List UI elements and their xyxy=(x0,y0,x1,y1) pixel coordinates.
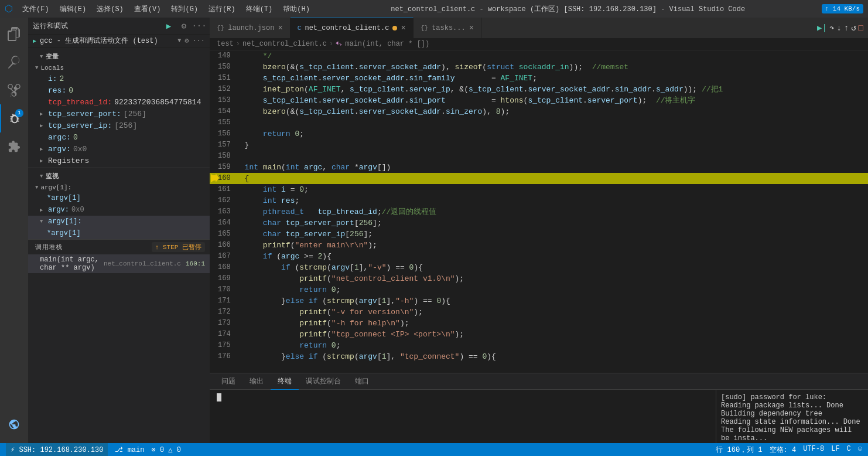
code-line-166: 166 printf("enter main\r\n"); xyxy=(210,240,868,251)
line-number-172: 172 xyxy=(218,308,231,316)
breadcrumb: test › net_control_client.c › main(int, … xyxy=(210,38,868,50)
callstack-item-main[interactable]: main(int argc, char ** argv) net_control… xyxy=(28,254,210,273)
menu-bar: 文件(F) 编辑(E) 选择(S) 查看(V) 转到(G) 运行(R) 终端(T… xyxy=(18,3,315,15)
panel-tab-terminal[interactable]: 终端 xyxy=(271,373,299,390)
code-line-165: 165 char tcp_server_ip[256]; xyxy=(210,229,868,240)
debug-more-btn[interactable]: ··· xyxy=(193,20,205,32)
menu-view[interactable]: 查看(V) xyxy=(129,3,166,15)
debug-step-out-btn[interactable]: ↑ xyxy=(844,23,849,33)
menu-select[interactable]: 选择(S) xyxy=(92,3,128,15)
status-language[interactable]: C xyxy=(847,445,851,455)
breadcrumb-function[interactable]: main(int, char * []) xyxy=(336,40,429,48)
debug-settings-btn[interactable]: ⚙ xyxy=(178,20,190,32)
status-line-col[interactable]: 行 160，列 1 xyxy=(716,445,762,455)
terminal-output-line2: Reading package lists... Done xyxy=(721,401,863,410)
vscode-icon: ⬡ xyxy=(5,3,13,15)
terminal-output-line5: The following NEW packages will be insta… xyxy=(721,426,863,443)
watch-argv[interactable]: ▶ argv: 0x0 xyxy=(28,204,210,216)
breadcrumb-file[interactable]: net_control_client.c xyxy=(242,40,327,48)
menu-help[interactable]: 帮助(H) xyxy=(278,3,315,15)
code-line-159: 159 int main(int argc, char *argv[]) xyxy=(210,162,868,173)
sidebar: 运行和调试 ▶ ⚙ ··· ▶ gcc - 生成和调试活动文件 (test) ▼… xyxy=(28,18,210,443)
line-number-155: 155 xyxy=(218,118,231,127)
debug-continue-btn[interactable]: ▶| xyxy=(817,23,827,33)
var-i[interactable]: i: 2 xyxy=(28,73,210,84)
callstack-header[interactable]: 调用堆栈 ↑ STEP 已暂停 xyxy=(28,240,210,254)
menu-goto[interactable]: 转到(G) xyxy=(166,3,203,15)
terminal-area[interactable] xyxy=(210,390,716,443)
watch-section: ▼ 监视 ▼ argv[1]: *argv[1] ▶ argv: 0x0 ▼ xyxy=(28,168,210,239)
var-tcp-thread-id[interactable]: tcp_thread_id: 9223372036854775814 xyxy=(28,96,210,108)
watch-argv1-selected[interactable]: ▼ argv[1]: xyxy=(28,216,210,227)
status-encoding[interactable]: UTF-8 xyxy=(803,445,824,455)
activity-source-control[interactable] xyxy=(0,76,28,104)
debug-config-label[interactable]: gcc - 生成和调试活动文件 (test) xyxy=(40,36,174,46)
watch-items: ▼ argv[1]: *argv[1] ▶ argv: 0x0 ▼ argv[1… xyxy=(28,183,210,239)
var-res[interactable]: res: 0 xyxy=(28,84,210,96)
var-argc[interactable]: argc: 0 xyxy=(28,131,210,143)
watch-argv1-child[interactable]: *argv[1] xyxy=(28,192,210,204)
line-number-168: 168 xyxy=(218,263,231,271)
tab-net-control-client[interactable]: C net_control_client.c × xyxy=(291,18,414,38)
line-number-150: 150 xyxy=(218,63,231,71)
panel-area: 问题 输出 终端 调试控制台 端口 [sudo] password for lu… xyxy=(210,373,868,443)
activity-remote[interactable] xyxy=(0,410,28,438)
watch-argv1-selected-child[interactable]: *argv[1] xyxy=(28,227,210,239)
panel-content: [sudo] password for luke: Reading packag… xyxy=(210,390,868,443)
breadcrumb-test[interactable]: test xyxy=(217,40,234,48)
status-spaces[interactable]: 空格: 4 xyxy=(770,445,797,455)
var-tcp-server-port[interactable]: ▶ tcp_server_port: [256] xyxy=(28,108,210,120)
debug-stop-btn[interactable]: □ xyxy=(859,23,863,33)
run-icon: ▶ xyxy=(33,38,36,45)
code-editor[interactable]: 149 */ 150 bzero(&(s_tcp_client.server_s… xyxy=(210,50,868,373)
tab-launch-json[interactable]: {} launch.json × xyxy=(210,18,291,38)
status-branch[interactable]: ⎇ main xyxy=(115,445,144,454)
debug-config-settings[interactable]: ⚙ xyxy=(184,36,189,45)
locals-header[interactable]: ▼ Locals xyxy=(28,63,210,73)
tab-tasks[interactable]: {} tasks... × xyxy=(414,18,481,38)
terminal-output-line1: [sudo] password for luke: xyxy=(721,393,863,401)
debug-step-over-btn[interactable]: ↷ xyxy=(829,23,834,33)
var-tcp-server-ip[interactable]: ▶ tcp_server_ip: [256] xyxy=(28,120,210,131)
activity-debug[interactable]: 1 xyxy=(0,104,28,132)
terminal-cursor-icon xyxy=(217,393,221,401)
panel-tab-debug-console[interactable]: 调试控制台 xyxy=(299,373,348,390)
line-number-163: 163 xyxy=(218,207,231,216)
watch-header[interactable]: ▼ 监视 xyxy=(28,168,210,183)
svg-point-0 xyxy=(8,84,12,89)
panel-tab-output[interactable]: 输出 xyxy=(242,373,271,390)
svg-point-1 xyxy=(16,84,20,89)
line-number-161: 161 xyxy=(218,185,231,193)
menu-file[interactable]: 文件(F) xyxy=(18,3,54,15)
menu-run[interactable]: 运行(R) xyxy=(204,3,240,15)
line-number-166: 166 xyxy=(218,241,231,249)
debug-step-into-btn[interactable]: ↓ xyxy=(836,23,841,33)
watch-argv1-expand[interactable]: ▼ argv[1]: xyxy=(28,183,210,192)
panel-tab-problems[interactable]: 问题 xyxy=(214,373,242,390)
terminal-side-output: [sudo] password for luke: Reading packag… xyxy=(716,390,868,443)
status-line-ending[interactable]: LF xyxy=(831,445,839,455)
panel-tab-ports[interactable]: 端口 xyxy=(348,373,376,390)
status-errors[interactable]: ⊗ 0 △ 0 xyxy=(151,445,180,454)
menu-edit[interactable]: 编辑(E) xyxy=(55,3,91,15)
variables-header[interactable]: ▼ 变量 xyxy=(28,49,210,63)
debug-config-dropdown[interactable]: ▼ xyxy=(177,38,181,44)
code-line-169: 169 printf("net_control_client v1.0\n"); xyxy=(210,273,868,284)
debug-config-more[interactable]: ··· xyxy=(192,37,205,45)
activity-search[interactable] xyxy=(0,48,28,76)
activity-explorer[interactable] xyxy=(0,20,28,48)
line-number-162: 162 xyxy=(218,196,231,205)
activity-extensions[interactable] xyxy=(0,132,28,161)
status-feedback[interactable]: ☺ xyxy=(858,445,862,455)
status-remote[interactable]: ⚡ SSH: 192.168.230.130 xyxy=(6,443,108,456)
line-number-149: 149 xyxy=(218,52,231,60)
code-line-157: 157 } xyxy=(210,139,868,151)
code-line-174: 174 printf("tcp_connect <IP> <port>\n"); xyxy=(210,329,868,340)
line-number-175: 175 xyxy=(218,341,231,349)
var-registers[interactable]: ▶ Registers xyxy=(28,155,210,166)
line-number-157: 157 xyxy=(218,141,231,149)
menu-terminal[interactable]: 终端(T) xyxy=(241,3,278,15)
var-argv[interactable]: ▶ argv: 0x0 xyxy=(28,143,210,155)
debug-restart-btn[interactable]: ↺ xyxy=(851,23,856,33)
debug-start-btn[interactable]: ▶ xyxy=(163,20,175,32)
